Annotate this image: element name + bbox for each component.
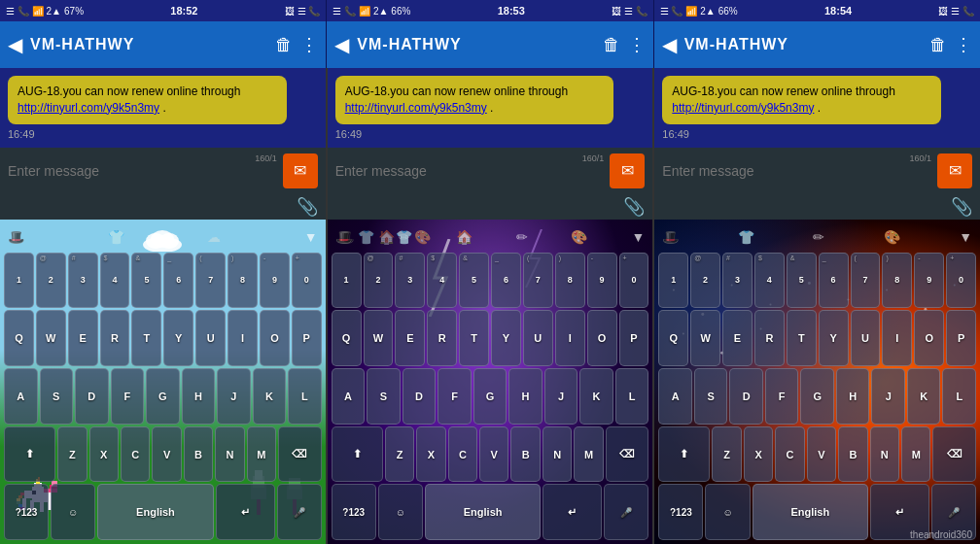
key-p-2[interactable]: P [619, 310, 649, 366]
key-m-1[interactable]: M [247, 426, 276, 483]
key-a-2[interactable]: A [332, 368, 366, 425]
key-k-1[interactable]: K [253, 368, 287, 425]
key-v-2[interactable]: V [479, 426, 508, 483]
key-t-1[interactable]: T [131, 310, 161, 366]
key-2-6[interactable]: _6 [491, 253, 521, 309]
key-d-3[interactable]: D [729, 368, 763, 425]
delete-icon-2[interactable]: 🗑 [603, 35, 620, 55]
key-l-3[interactable]: L [942, 368, 976, 425]
message-input-3[interactable] [662, 163, 931, 179]
key-enter-2[interactable]: ↵ [542, 484, 602, 540]
key-f-3[interactable]: F [765, 368, 799, 425]
key-2-5[interactable]: &5 [459, 253, 489, 309]
key-a-1[interactable]: A [4, 368, 38, 425]
key-3-0[interactable]: +0 [946, 253, 976, 309]
key-a-3[interactable]: A [658, 368, 692, 425]
key-b-2[interactable]: B [510, 426, 540, 483]
key-2-3[interactable]: #3 [395, 253, 425, 309]
key-k-2[interactable]: K [579, 368, 613, 425]
dropdown-icon-1[interactable]: ▼ [304, 229, 318, 245]
key-p-1[interactable]: P [292, 310, 322, 366]
key-backspace-2[interactable]: ⌫ [606, 426, 649, 483]
key-c-1[interactable]: C [121, 426, 150, 483]
key-2-1[interactable]: 1 [332, 253, 362, 309]
key-i-2[interactable]: I [555, 310, 585, 366]
key-1-2[interactable]: @2 [36, 253, 66, 309]
key-o-3[interactable]: O [914, 310, 944, 366]
key-c-2[interactable]: C [448, 426, 477, 483]
key-1-9[interactable]: -9 [260, 253, 290, 309]
key-n-2[interactable]: N [542, 426, 572, 483]
key-b-1[interactable]: B [184, 426, 213, 483]
key-3-4[interactable]: $4 [754, 253, 785, 309]
message-link-1[interactable]: http://tinyurl.com/y9k5n3my [18, 101, 159, 115]
key-1-5[interactable]: &5 [131, 253, 161, 309]
key-m-2[interactable]: M [574, 426, 603, 483]
key-shift-3[interactable]: ⬆ [658, 426, 710, 483]
key-3-5[interactable]: &5 [787, 253, 817, 309]
key-m-3[interactable]: M [901, 426, 930, 483]
key-x-1[interactable]: X [89, 426, 119, 483]
key-emoji-1[interactable]: ☺ [51, 484, 95, 540]
key-shift-1[interactable]: ⬆ [4, 426, 55, 483]
key-c-3[interactable]: C [775, 426, 804, 483]
key-g-1[interactable]: G [146, 368, 180, 425]
key-h-3[interactable]: H [836, 368, 870, 425]
key-w-3[interactable]: W [690, 310, 720, 366]
message-link-2[interactable]: http://tinyurl.com/y9k5n3my [345, 101, 487, 115]
send-button-2[interactable]: ✉ [610, 153, 645, 188]
key-backspace-3[interactable]: ⌫ [932, 426, 976, 483]
key-3-6[interactable]: _6 [819, 253, 849, 309]
key-o-2[interactable]: O [587, 310, 617, 366]
key-x-3[interactable]: X [744, 426, 773, 483]
key-f-2[interactable]: F [438, 368, 472, 425]
key-v-3[interactable]: V [807, 426, 836, 483]
key-e-1[interactable]: E [68, 310, 98, 366]
key-emoji-2[interactable]: ☺ [378, 484, 423, 540]
key-2-4[interactable]: $4 [427, 253, 457, 309]
more-icon-1[interactable]: ⋮ [300, 34, 318, 55]
key-s-3[interactable]: S [694, 368, 728, 425]
key-l-2[interactable]: L [615, 368, 649, 425]
key-2-9[interactable]: -9 [587, 253, 617, 309]
back-arrow-2[interactable]: ◀ [334, 33, 349, 56]
dropdown-icon-2[interactable]: ▼ [631, 229, 645, 245]
key-3-9[interactable]: -9 [914, 253, 944, 309]
key-u-3[interactable]: U [851, 310, 881, 366]
key-3-8[interactable]: )8 [882, 253, 912, 309]
key-d-1[interactable]: D [75, 368, 109, 425]
key-q-2[interactable]: Q [332, 310, 362, 366]
key-n-1[interactable]: N [215, 426, 244, 483]
delete-icon-3[interactable]: 🗑 [929, 35, 947, 55]
key-u-1[interactable]: U [195, 310, 226, 366]
key-1-1[interactable]: 1 [4, 253, 34, 309]
more-icon-2[interactable]: ⋮ [628, 34, 646, 55]
key-g-2[interactable]: G [473, 368, 508, 425]
key-n-3[interactable]: N [870, 426, 899, 483]
key-g-3[interactable]: G [800, 368, 834, 425]
message-link-3[interactable]: http://tinyurl.com/y9k5n3my [672, 101, 814, 115]
attach-icon-2[interactable]: 📎 [623, 196, 645, 218]
back-arrow-1[interactable]: ◀ [8, 33, 22, 56]
key-x-2[interactable]: X [416, 426, 445, 483]
key-enter-1[interactable]: ↵ [216, 484, 275, 540]
key-q-3[interactable]: Q [658, 310, 688, 366]
key-backspace-1[interactable]: ⌫ [278, 426, 322, 483]
key-space-3[interactable]: English [752, 484, 869, 540]
key-w-2[interactable]: W [364, 310, 394, 366]
delete-icon-1[interactable]: 🗑 [275, 35, 293, 55]
send-button-3[interactable]: ✉ [937, 153, 972, 188]
key-y-1[interactable]: Y [163, 310, 193, 366]
attach-icon-1[interactable]: 📎 [297, 196, 318, 218]
key-t-2[interactable]: T [459, 310, 489, 366]
key-z-1[interactable]: Z [57, 426, 87, 483]
key-i-3[interactable]: I [882, 310, 912, 366]
key-mic-2[interactable]: 🎤 [604, 484, 648, 540]
key-special-1[interactable]: ?123 [4, 484, 49, 540]
key-1-4[interactable]: $4 [100, 253, 130, 309]
key-2-8[interactable]: )8 [555, 253, 585, 309]
send-button-1[interactable]: ✉ [283, 153, 318, 188]
key-s-2[interactable]: S [367, 368, 401, 425]
key-f-1[interactable]: F [111, 368, 145, 425]
key-3-7[interactable]: (7 [851, 253, 881, 309]
